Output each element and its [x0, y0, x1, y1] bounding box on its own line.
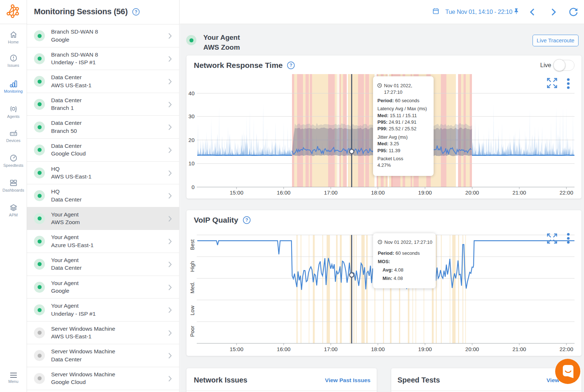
svg-text:?: ? — [135, 9, 137, 15]
